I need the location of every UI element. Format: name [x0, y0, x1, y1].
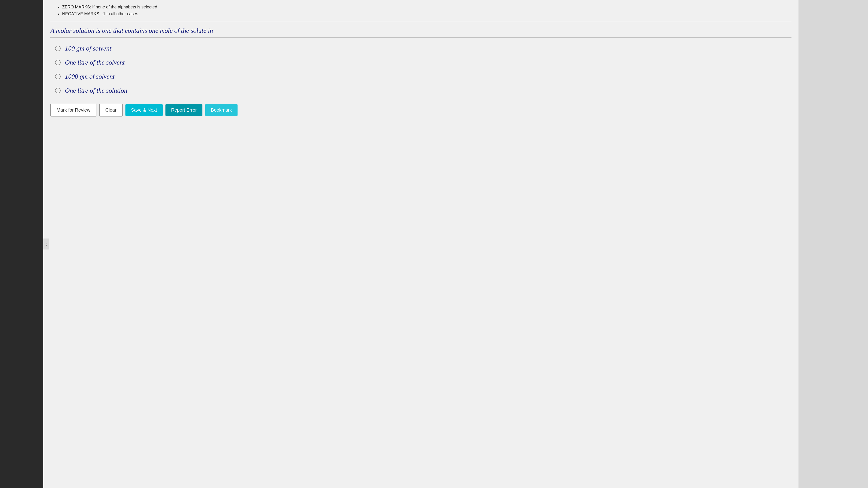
option-b[interactable]: One litre of the solvent: [55, 59, 792, 66]
bookmark-button[interactable]: Bookmark: [205, 104, 238, 116]
report-error-button[interactable]: Report Error: [165, 104, 203, 116]
option-c-label: 1000 gm of solvent: [65, 73, 115, 80]
left-panel: [0, 0, 43, 488]
negative-marks-instruction: NEGATIVE MARKS: -1 in all other cases: [62, 11, 792, 17]
buttons-section: Mark for Review Clear Save & Next Report…: [50, 104, 792, 117]
main-content: ZERO MARKS: if none of the alphabets is …: [43, 0, 799, 488]
question-text: A molar solution is one that contains on…: [50, 26, 792, 35]
option-a-radio[interactable]: [55, 45, 61, 51]
instructions-section: ZERO MARKS: if none of the alphabets is …: [50, 5, 792, 17]
clear-button[interactable]: Clear: [99, 104, 123, 117]
save-next-button[interactable]: Save & Next: [125, 104, 163, 116]
option-c[interactable]: 1000 gm of solvent: [55, 73, 792, 80]
divider-question: [50, 37, 792, 38]
back-arrow[interactable]: ‹: [43, 239, 49, 250]
option-b-label: One litre of the solvent: [65, 59, 125, 66]
option-d-radio[interactable]: [55, 88, 61, 93]
mark-for-review-button[interactable]: Mark for Review: [50, 104, 96, 117]
option-a[interactable]: 100 gm of solvent: [55, 45, 792, 52]
option-d-label: One litre of the solution: [65, 87, 127, 94]
option-a-label: 100 gm of solvent: [65, 45, 111, 52]
page-container: ZERO MARKS: if none of the alphabets is …: [0, 0, 868, 488]
right-panel: [799, 0, 868, 488]
zero-marks-instruction: ZERO MARKS: if none of the alphabets is …: [62, 5, 792, 9]
option-c-radio[interactable]: [55, 74, 61, 79]
option-b-radio[interactable]: [55, 60, 61, 65]
options-container: 100 gm of solvent One litre of the solve…: [55, 45, 792, 94]
option-d[interactable]: One litre of the solution: [55, 87, 792, 94]
